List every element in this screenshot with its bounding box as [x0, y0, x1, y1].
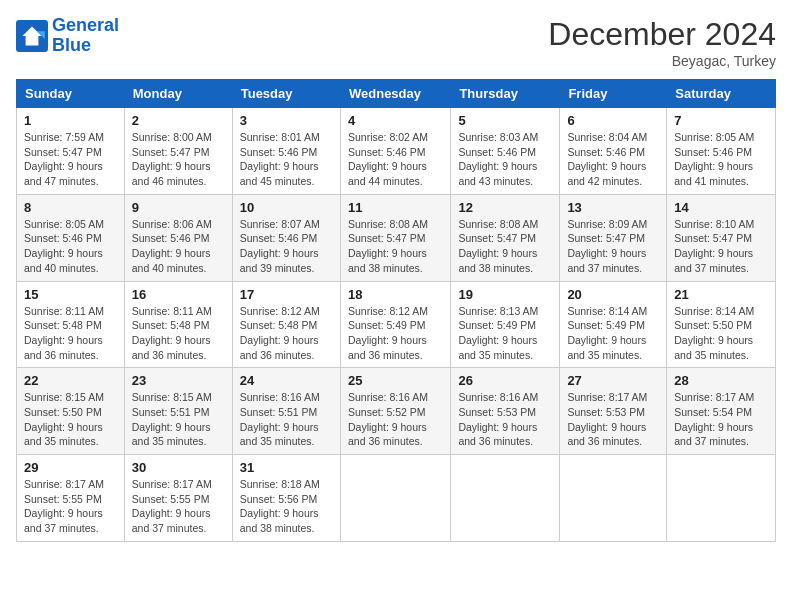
- day-number: 12: [458, 200, 552, 215]
- day-cell: 30Sunrise: 8:17 AM Sunset: 5:55 PM Dayli…: [124, 455, 232, 542]
- day-cell: 9Sunrise: 8:06 AM Sunset: 5:46 PM Daylig…: [124, 194, 232, 281]
- day-cell: [560, 455, 667, 542]
- day-number: 18: [348, 287, 443, 302]
- day-cell: 20Sunrise: 8:14 AM Sunset: 5:49 PM Dayli…: [560, 281, 667, 368]
- day-number: 30: [132, 460, 225, 475]
- day-cell: 18Sunrise: 8:12 AM Sunset: 5:49 PM Dayli…: [340, 281, 450, 368]
- day-cell: 6Sunrise: 8:04 AM Sunset: 5:46 PM Daylig…: [560, 108, 667, 195]
- day-number: 7: [674, 113, 768, 128]
- day-number: 26: [458, 373, 552, 388]
- day-cell: 26Sunrise: 8:16 AM Sunset: 5:53 PM Dayli…: [451, 368, 560, 455]
- logo: General Blue: [16, 16, 119, 56]
- day-detail: Sunrise: 8:16 AM Sunset: 5:51 PM Dayligh…: [240, 390, 333, 449]
- day-detail: Sunrise: 8:12 AM Sunset: 5:48 PM Dayligh…: [240, 304, 333, 363]
- day-detail: Sunrise: 8:15 AM Sunset: 5:50 PM Dayligh…: [24, 390, 117, 449]
- day-detail: Sunrise: 8:05 AM Sunset: 5:46 PM Dayligh…: [24, 217, 117, 276]
- day-cell: 16Sunrise: 8:11 AM Sunset: 5:48 PM Dayli…: [124, 281, 232, 368]
- day-detail: Sunrise: 8:00 AM Sunset: 5:47 PM Dayligh…: [132, 130, 225, 189]
- day-detail: Sunrise: 8:17 AM Sunset: 5:55 PM Dayligh…: [132, 477, 225, 536]
- day-number: 21: [674, 287, 768, 302]
- day-detail: Sunrise: 8:13 AM Sunset: 5:49 PM Dayligh…: [458, 304, 552, 363]
- logo-general: General: [52, 15, 119, 35]
- day-detail: Sunrise: 8:06 AM Sunset: 5:46 PM Dayligh…: [132, 217, 225, 276]
- day-number: 29: [24, 460, 117, 475]
- week-row-5: 29Sunrise: 8:17 AM Sunset: 5:55 PM Dayli…: [17, 455, 776, 542]
- day-detail: Sunrise: 8:02 AM Sunset: 5:46 PM Dayligh…: [348, 130, 443, 189]
- day-number: 14: [674, 200, 768, 215]
- day-number: 22: [24, 373, 117, 388]
- day-number: 11: [348, 200, 443, 215]
- day-cell: 28Sunrise: 8:17 AM Sunset: 5:54 PM Dayli…: [667, 368, 776, 455]
- title-block: December 2024 Beyagac, Turkey: [548, 16, 776, 69]
- day-number: 15: [24, 287, 117, 302]
- day-detail: Sunrise: 8:12 AM Sunset: 5:49 PM Dayligh…: [348, 304, 443, 363]
- day-detail: Sunrise: 8:11 AM Sunset: 5:48 PM Dayligh…: [24, 304, 117, 363]
- week-row-4: 22Sunrise: 8:15 AM Sunset: 5:50 PM Dayli…: [17, 368, 776, 455]
- day-number: 6: [567, 113, 659, 128]
- day-number: 27: [567, 373, 659, 388]
- week-row-2: 8Sunrise: 8:05 AM Sunset: 5:46 PM Daylig…: [17, 194, 776, 281]
- col-monday: Monday: [124, 80, 232, 108]
- day-number: 9: [132, 200, 225, 215]
- day-detail: Sunrise: 8:16 AM Sunset: 5:53 PM Dayligh…: [458, 390, 552, 449]
- calendar-table: Sunday Monday Tuesday Wednesday Thursday…: [16, 79, 776, 542]
- day-detail: Sunrise: 8:04 AM Sunset: 5:46 PM Dayligh…: [567, 130, 659, 189]
- col-wednesday: Wednesday: [340, 80, 450, 108]
- month-title: December 2024: [548, 16, 776, 53]
- day-cell: 23Sunrise: 8:15 AM Sunset: 5:51 PM Dayli…: [124, 368, 232, 455]
- week-row-3: 15Sunrise: 8:11 AM Sunset: 5:48 PM Dayli…: [17, 281, 776, 368]
- page-header: General Blue December 2024 Beyagac, Turk…: [16, 16, 776, 69]
- col-saturday: Saturday: [667, 80, 776, 108]
- day-detail: Sunrise: 8:03 AM Sunset: 5:46 PM Dayligh…: [458, 130, 552, 189]
- day-number: 3: [240, 113, 333, 128]
- day-cell: 11Sunrise: 8:08 AM Sunset: 5:47 PM Dayli…: [340, 194, 450, 281]
- day-cell: 22Sunrise: 8:15 AM Sunset: 5:50 PM Dayli…: [17, 368, 125, 455]
- day-detail: Sunrise: 7:59 AM Sunset: 5:47 PM Dayligh…: [24, 130, 117, 189]
- location-subtitle: Beyagac, Turkey: [548, 53, 776, 69]
- day-detail: Sunrise: 8:17 AM Sunset: 5:54 PM Dayligh…: [674, 390, 768, 449]
- day-cell: [340, 455, 450, 542]
- day-cell: 19Sunrise: 8:13 AM Sunset: 5:49 PM Dayli…: [451, 281, 560, 368]
- day-number: 24: [240, 373, 333, 388]
- day-cell: 25Sunrise: 8:16 AM Sunset: 5:52 PM Dayli…: [340, 368, 450, 455]
- day-detail: Sunrise: 8:17 AM Sunset: 5:53 PM Dayligh…: [567, 390, 659, 449]
- day-detail: Sunrise: 8:08 AM Sunset: 5:47 PM Dayligh…: [458, 217, 552, 276]
- day-detail: Sunrise: 8:08 AM Sunset: 5:47 PM Dayligh…: [348, 217, 443, 276]
- day-detail: Sunrise: 8:05 AM Sunset: 5:46 PM Dayligh…: [674, 130, 768, 189]
- day-cell: 4Sunrise: 8:02 AM Sunset: 5:46 PM Daylig…: [340, 108, 450, 195]
- day-number: 8: [24, 200, 117, 215]
- col-thursday: Thursday: [451, 80, 560, 108]
- day-cell: 5Sunrise: 8:03 AM Sunset: 5:46 PM Daylig…: [451, 108, 560, 195]
- day-cell: 1Sunrise: 7:59 AM Sunset: 5:47 PM Daylig…: [17, 108, 125, 195]
- day-number: 19: [458, 287, 552, 302]
- day-detail: Sunrise: 8:14 AM Sunset: 5:49 PM Dayligh…: [567, 304, 659, 363]
- col-friday: Friday: [560, 80, 667, 108]
- day-number: 10: [240, 200, 333, 215]
- day-cell: 29Sunrise: 8:17 AM Sunset: 5:55 PM Dayli…: [17, 455, 125, 542]
- day-cell: 27Sunrise: 8:17 AM Sunset: 5:53 PM Dayli…: [560, 368, 667, 455]
- day-detail: Sunrise: 8:09 AM Sunset: 5:47 PM Dayligh…: [567, 217, 659, 276]
- day-number: 28: [674, 373, 768, 388]
- day-cell: [667, 455, 776, 542]
- day-number: 16: [132, 287, 225, 302]
- day-detail: Sunrise: 8:18 AM Sunset: 5:56 PM Dayligh…: [240, 477, 333, 536]
- day-cell: 8Sunrise: 8:05 AM Sunset: 5:46 PM Daylig…: [17, 194, 125, 281]
- day-number: 17: [240, 287, 333, 302]
- logo-icon: [16, 20, 48, 52]
- day-number: 4: [348, 113, 443, 128]
- day-detail: Sunrise: 8:16 AM Sunset: 5:52 PM Dayligh…: [348, 390, 443, 449]
- logo-text: General Blue: [52, 16, 119, 56]
- logo-blue: Blue: [52, 35, 91, 55]
- day-detail: Sunrise: 8:10 AM Sunset: 5:47 PM Dayligh…: [674, 217, 768, 276]
- day-cell: 7Sunrise: 8:05 AM Sunset: 5:46 PM Daylig…: [667, 108, 776, 195]
- day-cell: 21Sunrise: 8:14 AM Sunset: 5:50 PM Dayli…: [667, 281, 776, 368]
- day-cell: 31Sunrise: 8:18 AM Sunset: 5:56 PM Dayli…: [232, 455, 340, 542]
- week-row-1: 1Sunrise: 7:59 AM Sunset: 5:47 PM Daylig…: [17, 108, 776, 195]
- day-cell: 24Sunrise: 8:16 AM Sunset: 5:51 PM Dayli…: [232, 368, 340, 455]
- day-cell: 13Sunrise: 8:09 AM Sunset: 5:47 PM Dayli…: [560, 194, 667, 281]
- day-cell: [451, 455, 560, 542]
- day-detail: Sunrise: 8:01 AM Sunset: 5:46 PM Dayligh…: [240, 130, 333, 189]
- day-number: 25: [348, 373, 443, 388]
- day-detail: Sunrise: 8:11 AM Sunset: 5:48 PM Dayligh…: [132, 304, 225, 363]
- header-row: Sunday Monday Tuesday Wednesday Thursday…: [17, 80, 776, 108]
